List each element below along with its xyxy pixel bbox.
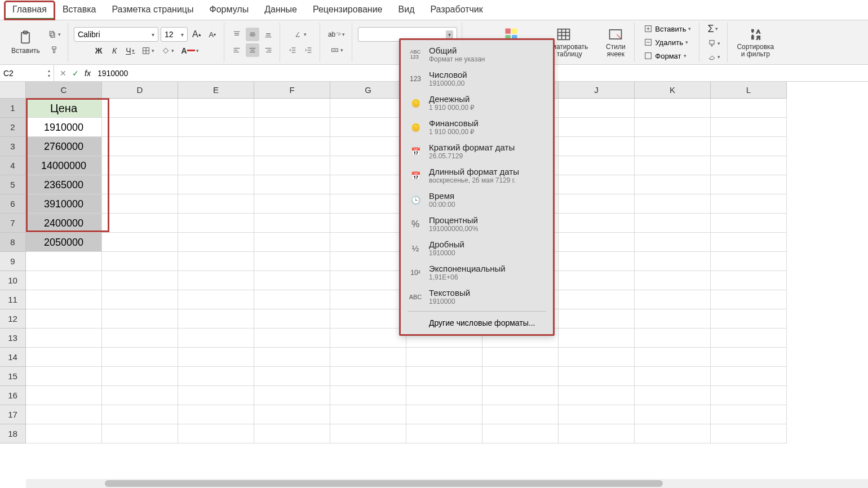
cell[interactable] bbox=[711, 233, 787, 252]
cell[interactable] bbox=[102, 290, 178, 309]
delete-cells-button[interactable]: Удалить▾ bbox=[640, 37, 692, 48]
wrap-text-button[interactable]: ab▾ bbox=[326, 28, 347, 41]
row-header[interactable]: 17 bbox=[0, 405, 26, 424]
cell[interactable] bbox=[711, 348, 787, 367]
cell[interactable] bbox=[254, 233, 330, 252]
cell[interactable] bbox=[178, 118, 254, 137]
cell[interactable] bbox=[254, 271, 330, 290]
bold-button[interactable]: Ж bbox=[92, 44, 105, 57]
cell[interactable] bbox=[635, 156, 711, 175]
cell[interactable] bbox=[406, 386, 482, 405]
number-format-option[interactable]: 📅Краткий формат даты26.05.7129 bbox=[401, 139, 553, 163]
cell[interactable]: 14000000 bbox=[26, 156, 102, 175]
cell[interactable] bbox=[102, 271, 178, 290]
cell[interactable] bbox=[26, 252, 102, 271]
cell[interactable] bbox=[635, 405, 711, 424]
cell[interactable] bbox=[635, 252, 711, 271]
cell[interactable] bbox=[711, 99, 787, 118]
cell[interactable] bbox=[711, 424, 787, 443]
cell[interactable] bbox=[559, 214, 635, 233]
cell[interactable] bbox=[330, 405, 406, 424]
cell[interactable] bbox=[559, 194, 635, 214]
fill-button[interactable]: ▾ bbox=[705, 38, 723, 49]
row-header[interactable]: 10 bbox=[0, 271, 26, 290]
tab-home[interactable]: Главная bbox=[5, 1, 55, 20]
cell[interactable] bbox=[254, 175, 330, 194]
cell[interactable] bbox=[406, 424, 482, 443]
cell[interactable] bbox=[254, 99, 330, 118]
decrease-indent-button[interactable] bbox=[286, 43, 299, 57]
row-header[interactable]: 3 bbox=[0, 137, 26, 156]
cell[interactable] bbox=[102, 367, 178, 386]
cell[interactable] bbox=[482, 348, 559, 367]
column-header[interactable]: E bbox=[178, 82, 254, 99]
cell[interactable] bbox=[711, 367, 787, 386]
number-format-option[interactable]: 10²Экспоненциальный1,91E+06 bbox=[401, 260, 553, 285]
cell[interactable] bbox=[102, 386, 178, 405]
cell[interactable] bbox=[406, 405, 482, 424]
cell[interactable] bbox=[330, 367, 406, 386]
format-cells-button[interactable]: Формат▾ bbox=[640, 50, 689, 61]
cell[interactable] bbox=[178, 156, 254, 175]
cell[interactable] bbox=[635, 194, 711, 214]
cancel-formula-button[interactable]: ✕ bbox=[60, 69, 67, 78]
cell[interactable] bbox=[635, 214, 711, 233]
insert-cells-button[interactable]: Вставить▾ bbox=[640, 23, 694, 34]
cell[interactable] bbox=[26, 405, 102, 424]
format-painter-button[interactable] bbox=[47, 43, 61, 57]
number-format-option[interactable]: ABC123ОбщийФормат не указан bbox=[401, 42, 553, 66]
fx-label[interactable]: fx bbox=[85, 69, 91, 78]
cell[interactable] bbox=[711, 137, 787, 156]
cell[interactable] bbox=[254, 252, 330, 271]
cell[interactable] bbox=[406, 348, 482, 367]
column-header[interactable]: K bbox=[635, 82, 711, 99]
cell[interactable] bbox=[102, 137, 178, 156]
row-header[interactable]: 2 bbox=[0, 118, 26, 137]
cell[interactable]: Цена bbox=[26, 99, 102, 118]
more-number-formats-button[interactable]: Другие числовые форматы... bbox=[401, 314, 553, 332]
column-header[interactable]: C bbox=[26, 82, 102, 99]
cell[interactable] bbox=[635, 329, 711, 348]
font-name-combo[interactable]: Calibri▾ bbox=[74, 27, 158, 42]
cell[interactable] bbox=[102, 99, 178, 118]
cell[interactable] bbox=[178, 424, 254, 443]
cell[interactable] bbox=[254, 137, 330, 156]
row-header[interactable]: 6 bbox=[0, 194, 26, 214]
cell[interactable] bbox=[254, 405, 330, 424]
cell[interactable] bbox=[330, 271, 406, 290]
cell[interactable] bbox=[330, 214, 406, 233]
number-format-option[interactable]: ABCТекстовый1910000 bbox=[401, 285, 553, 309]
cell[interactable] bbox=[559, 99, 635, 118]
orientation-button[interactable]: ▾ bbox=[291, 28, 309, 41]
cell[interactable] bbox=[635, 309, 711, 329]
cell[interactable] bbox=[635, 367, 711, 386]
cell[interactable] bbox=[102, 156, 178, 175]
row-header[interactable]: 7 bbox=[0, 214, 26, 233]
cell[interactable] bbox=[178, 175, 254, 194]
cell[interactable] bbox=[635, 290, 711, 309]
cell[interactable] bbox=[178, 99, 254, 118]
cell[interactable] bbox=[711, 271, 787, 290]
borders-button[interactable]: ▾ bbox=[139, 44, 157, 57]
cell[interactable] bbox=[559, 118, 635, 137]
cell[interactable] bbox=[254, 386, 330, 405]
cell[interactable] bbox=[635, 348, 711, 367]
row-header[interactable]: 5 bbox=[0, 175, 26, 194]
cell[interactable] bbox=[178, 405, 254, 424]
cell[interactable] bbox=[635, 386, 711, 405]
cell[interactable] bbox=[254, 118, 330, 137]
cell[interactable] bbox=[178, 194, 254, 214]
align-middle-button[interactable] bbox=[246, 28, 259, 41]
cell[interactable] bbox=[330, 290, 406, 309]
sort-filter-button[interactable]: AЯ Сортировкаи фильтр bbox=[733, 25, 777, 59]
italic-button[interactable]: К bbox=[108, 44, 121, 57]
cell[interactable] bbox=[559, 137, 635, 156]
cell[interactable] bbox=[102, 309, 178, 329]
cell[interactable] bbox=[178, 329, 254, 348]
cell[interactable] bbox=[559, 290, 635, 309]
align-right-button[interactable] bbox=[262, 43, 275, 57]
cell[interactable] bbox=[102, 348, 178, 367]
paste-button[interactable]: Вставить bbox=[8, 29, 43, 56]
cell[interactable] bbox=[635, 118, 711, 137]
fill-color-button[interactable]: ▾ bbox=[159, 44, 176, 57]
